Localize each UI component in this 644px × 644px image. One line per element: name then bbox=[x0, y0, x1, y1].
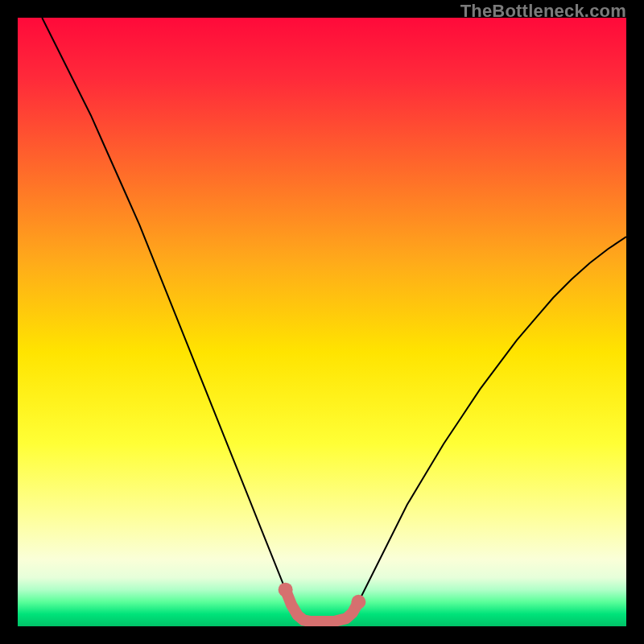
highlight-start-dot bbox=[279, 583, 293, 597]
curve-svg bbox=[18, 18, 626, 626]
plot-area bbox=[18, 18, 626, 626]
bottleneck-curve bbox=[42, 18, 626, 621]
attribution-label: TheBottleneck.com bbox=[460, 1, 626, 22]
chart-frame: TheBottleneck.com bbox=[0, 0, 644, 644]
highlight-end-dot bbox=[351, 595, 365, 609]
optimal-zone-highlight bbox=[286, 590, 359, 621]
